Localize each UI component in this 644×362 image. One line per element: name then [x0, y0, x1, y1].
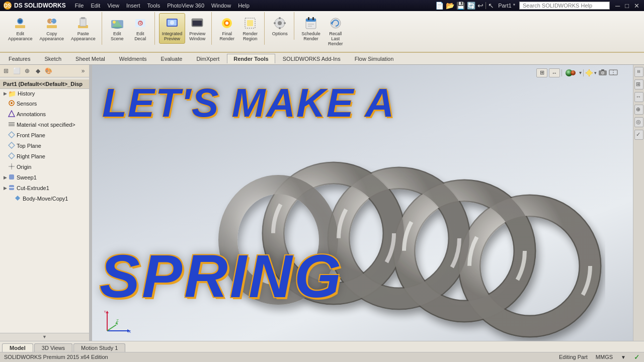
save-icon[interactable]: 💾: [456, 2, 465, 10]
svg-point-63: [587, 70, 592, 75]
tab-features[interactable]: Features: [2, 54, 37, 63]
btab-motion-study-1[interactable]: Motion Study 1: [73, 343, 125, 352]
undo-icon[interactable]: ↩: [477, 2, 484, 10]
edit-decal-icon: D: [132, 15, 148, 31]
rebuild-icon[interactable]: 🔄: [467, 2, 475, 10]
btab-3d-views[interactable]: 3D Views: [34, 343, 72, 352]
render-region-button[interactable]: RenderRegion: [239, 13, 261, 44]
paste-appearance-button[interactable]: PasteAppearance: [68, 13, 99, 44]
tree-item-top-plane[interactable]: Top Plane: [0, 141, 89, 151]
appearance-sphere-icon[interactable]: [564, 68, 578, 78]
search-input[interactable]: [519, 2, 610, 10]
menu-edit[interactable]: Edit: [88, 2, 103, 10]
edit-decal-button[interactable]: D EditDecal: [129, 13, 151, 44]
annotations-label: Annotations: [17, 111, 46, 117]
sidebar-tool-5[interactable]: 🎨: [43, 66, 53, 76]
svg-rect-38: [306, 19, 316, 22]
statusbar-right: Editing Part MMGS ▼ ✓: [559, 353, 640, 361]
right-plane-icon: [8, 152, 15, 161]
viewport-tool-rotate[interactable]: ↔: [549, 68, 560, 77]
final-render-icon: [219, 15, 235, 31]
svg-point-4: [18, 19, 22, 23]
tree-item-sweep1[interactable]: ▶ Sweep1: [0, 172, 89, 183]
sweep1-icon: [8, 173, 15, 182]
lights-icon[interactable]: ▾: [585, 69, 597, 77]
copy-appearance-button[interactable]: C CopyAppearance: [37, 13, 67, 44]
right-tool-5[interactable]: ◎: [634, 117, 643, 127]
recall-last-render-label: RecallLastRender: [328, 32, 343, 47]
tab-weldments[interactable]: Weldments: [113, 54, 153, 63]
section-view-icon[interactable]: [609, 69, 618, 77]
preview-window-button[interactable]: PreviewWindow: [186, 13, 208, 44]
ribbon-group-options: Options: [266, 12, 294, 40]
menu-view[interactable]: View: [104, 2, 122, 10]
open-icon[interactable]: 📂: [446, 2, 454, 10]
sweep1-expand[interactable]: ▶: [2, 175, 8, 180]
tree-item-history[interactable]: ▶ 📁 History: [0, 89, 89, 99]
sidebar-scroll-down[interactable]: ▼: [0, 333, 89, 341]
tree-item-front-plane[interactable]: Front Plane: [0, 130, 89, 141]
tab-addins[interactable]: SOLIDWORKS Add-Ins: [276, 54, 347, 63]
recall-last-render-button[interactable]: RecallLastRender: [325, 13, 347, 49]
part-tree-header[interactable]: Part1 (Default<<Default>_Disp: [0, 79, 89, 89]
restore-button[interactable]: □: [623, 2, 630, 10]
viewport[interactable]: ⊞ ↔ ▾: [92, 65, 633, 341]
history-expand[interactable]: ▶: [2, 91, 8, 96]
menu-help[interactable]: Help: [235, 2, 253, 10]
tools-separator: [561, 69, 562, 76]
tree-item-cut-extrude1[interactable]: ▶ Cut-Extrude1: [0, 183, 89, 194]
ribbon-group-appearance: EditAppearance C CopyAppearance: [2, 12, 102, 45]
cut-extrude1-expand[interactable]: ▶: [2, 186, 8, 191]
statusbar-arrow-icon[interactable]: ▼: [621, 354, 626, 360]
svg-rect-11: [80, 18, 86, 26]
camera-icon[interactable]: [598, 69, 607, 77]
right-tool-4[interactable]: ⊕: [634, 105, 643, 115]
tab-dimxpert[interactable]: DimXpert: [190, 54, 226, 63]
schedule-render-button[interactable]: ScheduleRender: [298, 13, 324, 49]
tab-sheet-metal[interactable]: Sheet Metal: [69, 54, 112, 63]
btab-model[interactable]: Model: [2, 343, 33, 352]
new-icon[interactable]: 📄: [435, 2, 444, 10]
minimize-button[interactable]: ─: [614, 2, 621, 10]
view-arrow[interactable]: ▾: [579, 70, 582, 75]
menu-file[interactable]: File: [72, 2, 87, 10]
right-tool-6[interactable]: ✓: [634, 130, 643, 140]
menu-tools[interactable]: Tools: [144, 2, 164, 10]
sidebar-toolbar: ⊞ ⬜ ⊕ ◆ 🎨 »: [0, 65, 89, 77]
sidebar-tool-1[interactable]: ⊞: [1, 66, 11, 76]
tree-item-material[interactable]: Material <not specified>: [0, 120, 89, 130]
right-tool-3[interactable]: ↕: [634, 92, 643, 102]
menu-window[interactable]: Window: [208, 2, 234, 10]
tree-item-right-plane[interactable]: Right Plane: [0, 151, 89, 162]
tree-item-sensors[interactable]: Sensors: [0, 99, 89, 109]
svg-marker-53: [9, 153, 15, 159]
tree-item-body-move-copy1[interactable]: Body-Move/Copy1: [0, 194, 89, 204]
tree-item-origin[interactable]: Origin: [0, 162, 89, 172]
right-tool-1[interactable]: ≡: [634, 67, 643, 77]
select-icon[interactable]: ↖: [488, 2, 494, 10]
tree-item-annotations[interactable]: Annotations: [0, 109, 89, 120]
body-move-copy1-icon: [14, 195, 21, 203]
right-tool-2[interactable]: ⊞: [634, 79, 643, 89]
integrated-preview-button[interactable]: IntegratedPreview: [159, 13, 186, 44]
edit-appearance-button[interactable]: EditAppearance: [5, 13, 36, 44]
tab-sketch[interactable]: Sketch: [38, 54, 68, 63]
statusbar-units: MMGS: [596, 354, 613, 360]
sidebar-tool-3[interactable]: ⊕: [22, 66, 32, 76]
sidebar-tool-4[interactable]: ◆: [33, 66, 43, 76]
sidebar-tool-expand[interactable]: »: [78, 66, 88, 76]
tab-evaluate[interactable]: Evaluate: [154, 54, 189, 63]
close-button[interactable]: ✕: [632, 2, 641, 10]
final-render-button[interactable]: FinalRender: [216, 13, 238, 44]
menu-insert[interactable]: Insert: [123, 2, 143, 10]
tab-render-tools[interactable]: Render Tools: [227, 54, 275, 63]
svg-point-22: [170, 21, 174, 25]
options-button[interactable]: Options: [269, 13, 291, 39]
edit-scene-button[interactable]: EditScene: [106, 13, 128, 44]
sidebar-tool-2[interactable]: ⬜: [12, 66, 22, 76]
sidebar-spacer-bottom: [0, 204, 89, 333]
tab-flow-sim[interactable]: Flow Simulation: [348, 54, 400, 63]
menu-photoview[interactable]: PhotoView 360: [164, 2, 207, 10]
viewport-tool-zoom[interactable]: ⊞: [536, 68, 547, 77]
copy-appearance-icon: C: [44, 15, 60, 31]
